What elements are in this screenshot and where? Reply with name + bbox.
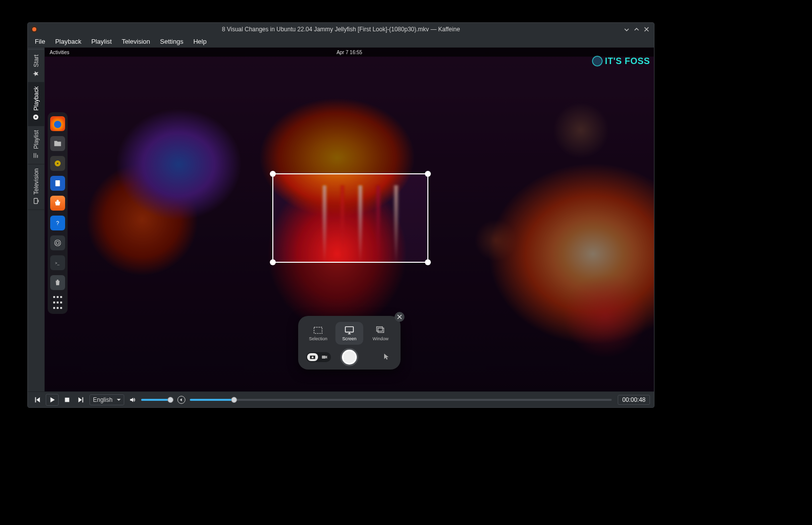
watermark-text: IT'S FOSS (605, 56, 650, 67)
tray-icon (626, 50, 631, 55)
volume-icon[interactable] (127, 394, 138, 405)
gnome-system-tray (608, 50, 649, 55)
gnome-top-panel: Activities Apr 7 16:55 (45, 48, 654, 57)
selection-highlight (273, 174, 427, 262)
tray-icon (644, 50, 649, 55)
resize-handle-top-right[interactable] (425, 171, 431, 177)
dock-rhythmbox-icon[interactable] (50, 156, 65, 171)
mode-label: Window (373, 336, 389, 341)
star-icon (33, 70, 40, 77)
volume-thumb[interactable] (167, 397, 173, 403)
activities-label: Activities (50, 50, 69, 55)
dock-apps-grid-icon[interactable] (50, 295, 65, 310)
side-tab-playlist[interactable]: Playlist (28, 126, 44, 164)
svg-rect-5 (56, 180, 60, 186)
dock-trash-icon[interactable] (50, 275, 65, 290)
show-pointer-toggle[interactable] (384, 353, 390, 362)
dock-obs-icon[interactable] (50, 235, 65, 250)
svg-point-8 (55, 240, 61, 246)
side-tab-label: Playlist (33, 130, 40, 149)
kaffeine-app-icon (31, 26, 38, 33)
resize-handle-bottom-left[interactable] (270, 259, 276, 265)
resize-handle-bottom-right[interactable] (425, 259, 431, 265)
screenshot-selection-rect[interactable] (272, 173, 428, 263)
svg-text:>_: >_ (55, 261, 60, 265)
play-button[interactable] (46, 394, 59, 406)
disc-icon (33, 114, 40, 121)
time-display: 00:00:48 (618, 395, 650, 405)
svg-text:?: ? (56, 220, 59, 226)
tray-icon (617, 50, 622, 55)
dock-terminal-icon[interactable]: >_ (50, 255, 65, 270)
svg-rect-14 (377, 326, 383, 331)
shutter-button[interactable] (342, 350, 357, 365)
dock-libreoffice-icon[interactable] (50, 176, 65, 191)
menu-playback[interactable]: Playback (50, 36, 86, 47)
window-controls (622, 25, 651, 34)
stop-button[interactable] (62, 394, 73, 405)
menu-playlist[interactable]: Playlist (86, 36, 117, 47)
content-area: Start Playback Playlist Television (28, 48, 654, 391)
screenshot-panel: Selection Screen Window (298, 316, 401, 370)
menu-television[interactable]: Television (117, 36, 155, 47)
close-button[interactable] (642, 25, 651, 34)
svg-point-4 (57, 163, 59, 164)
minimize-button[interactable] (622, 25, 631, 34)
menu-settings[interactable]: Settings (155, 36, 188, 47)
side-tab-playback[interactable]: Playback (28, 82, 44, 126)
maximize-button[interactable] (632, 25, 641, 34)
rewind-icon (177, 396, 185, 404)
seek-fill (190, 399, 234, 401)
video-toggle[interactable] (319, 353, 330, 361)
svg-rect-17 (322, 356, 326, 359)
side-tabs: Start Playback Playlist Television (28, 48, 45, 391)
player-controls: English 00:00:48 (28, 391, 654, 407)
menu-file[interactable]: File (30, 36, 50, 47)
volume-fill (141, 399, 170, 401)
tray-icon (608, 50, 613, 55)
video-area[interactable]: Activities Apr 7 16:55 IT'S FOSS (45, 48, 654, 391)
seek-slider[interactable] (190, 399, 612, 401)
svg-point-16 (312, 357, 314, 359)
previous-button[interactable] (32, 394, 43, 405)
dock-help-icon[interactable]: ? (50, 216, 65, 230)
side-tab-label: Start (33, 55, 40, 67)
list-icon (33, 152, 40, 159)
mode-label: Selection (309, 336, 327, 341)
mode-screen-button[interactable]: Screen (335, 322, 364, 345)
svg-rect-13 (378, 328, 384, 332)
svg-rect-2 (34, 199, 38, 204)
volume-slider[interactable] (141, 399, 173, 401)
next-button[interactable] (76, 394, 86, 405)
side-tab-label: Television (33, 168, 40, 195)
screenshot-mode-row: Selection Screen Window (304, 322, 395, 345)
photo-toggle[interactable] (307, 353, 318, 361)
jump-back-button[interactable] (176, 394, 187, 405)
ubuntu-dock: ? >_ (48, 112, 68, 314)
mode-window-button[interactable]: Window (366, 322, 395, 345)
svg-rect-11 (314, 327, 322, 333)
menu-help[interactable]: Help (188, 36, 212, 47)
tv-icon (33, 198, 40, 205)
mode-selection-button[interactable]: Selection (304, 322, 332, 345)
audio-language-value: English (93, 396, 112, 403)
svg-point-9 (56, 241, 59, 244)
gear-icon (592, 56, 603, 67)
titlebar: 8 Visual Changes in Ubuntu 22.04 Jammy J… (28, 23, 654, 35)
seek-thumb[interactable] (231, 397, 237, 403)
audio-language-select[interactable]: English (89, 394, 124, 405)
tray-icon (635, 50, 640, 55)
side-tab-television[interactable]: Television (28, 164, 44, 210)
dock-firefox-icon[interactable] (50, 116, 65, 131)
dock-software-icon[interactable] (50, 196, 65, 211)
svg-rect-12 (345, 326, 353, 332)
screenshot-close-button[interactable] (395, 312, 405, 322)
svg-rect-18 (65, 397, 70, 402)
resize-handle-top-left[interactable] (270, 171, 276, 177)
menubar: File Playback Playlist Television Settin… (28, 35, 654, 48)
side-tab-start[interactable]: Start (28, 51, 44, 82)
kaffeine-window: 8 Visual Changes in Ubuntu 22.04 Jammy J… (27, 22, 654, 408)
mode-label: Screen (342, 336, 357, 341)
dock-files-icon[interactable] (50, 136, 65, 151)
gnome-clock: Apr 7 16:55 (45, 50, 654, 55)
